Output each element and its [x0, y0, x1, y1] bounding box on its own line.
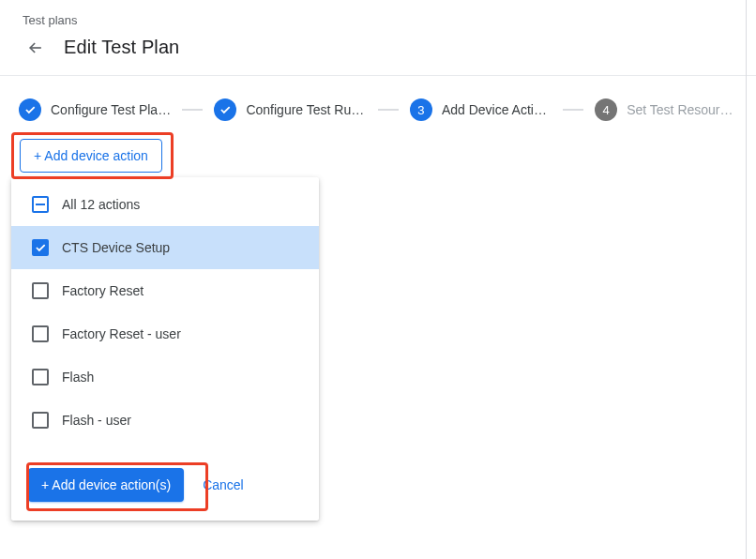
step-set-test-resources[interactable]: 4 Set Test Resources	[595, 98, 737, 121]
title-row: Edit Test Plan	[26, 37, 733, 58]
check-icon	[19, 98, 41, 121]
step-configure-run[interactable]: Configure Test Run Config	[214, 98, 366, 121]
breadcrumb[interactable]: Test plans	[23, 13, 733, 27]
step-connector	[378, 109, 399, 111]
device-action-dropdown: All 12 actions CTS Device Setup Factory …	[11, 177, 319, 521]
checkbox-unchecked-icon[interactable]	[32, 412, 49, 429]
checkbox-unchecked-icon[interactable]	[32, 325, 49, 342]
option-factory-reset-user[interactable]: Factory Reset - user	[11, 312, 319, 355]
step-label: Set Test Resources	[627, 102, 737, 117]
add-device-action-button[interactable]: + Add device action	[20, 139, 162, 173]
option-all-actions[interactable]: All 12 actions	[11, 183, 319, 226]
checkbox-indeterminate-icon[interactable]	[32, 196, 49, 213]
step-number-icon: 3	[410, 98, 432, 121]
step-add-device-actions[interactable]: 3 Add Device Actions	[410, 98, 552, 121]
option-label: Flash	[62, 370, 94, 385]
confirm-add-device-actions-button[interactable]: + Add device action(s)	[28, 468, 184, 502]
page-title: Edit Test Plan	[64, 37, 179, 58]
back-arrow-icon[interactable]	[26, 38, 45, 57]
checkbox-unchecked-icon[interactable]	[32, 369, 49, 385]
option-list[interactable]: All 12 actions CTS Device Setup Factory …	[11, 177, 319, 451]
step-connector	[563, 109, 583, 111]
content-area: + Add device action All 12 actions CTS D…	[0, 132, 756, 173]
step-connector	[182, 109, 203, 111]
check-icon	[214, 98, 236, 121]
checkbox-checked-icon[interactable]	[32, 239, 49, 256]
stepper: Configure Test Plan Config Configure Tes…	[0, 76, 756, 132]
step-label: Configure Test Plan Config	[51, 102, 171, 117]
page-header: Test plans Edit Test Plan	[0, 0, 756, 75]
option-cts-device-setup[interactable]: CTS Device Setup	[11, 226, 319, 269]
checkbox-unchecked-icon[interactable]	[32, 282, 49, 299]
step-label: Configure Test Run Config	[246, 102, 366, 117]
right-divider	[746, 0, 747, 559]
step-number-icon: 4	[595, 98, 617, 121]
step-configure-plan[interactable]: Configure Test Plan Config	[19, 98, 171, 121]
step-label: Add Device Actions	[442, 102, 552, 117]
option-label: Flash - user	[62, 413, 131, 428]
option-label: CTS Device Setup	[62, 240, 170, 255]
dropdown-actions: + Add device action(s) Cancel	[11, 451, 319, 521]
option-label: Factory Reset	[62, 283, 144, 298]
option-factory-reset[interactable]: Factory Reset	[11, 269, 319, 312]
cancel-button[interactable]: Cancel	[203, 477, 244, 492]
option-label: All 12 actions	[62, 197, 140, 212]
option-label: Factory Reset - user	[62, 326, 181, 341]
option-flash-user[interactable]: Flash - user	[11, 399, 319, 442]
option-flash[interactable]: Flash	[11, 355, 319, 399]
